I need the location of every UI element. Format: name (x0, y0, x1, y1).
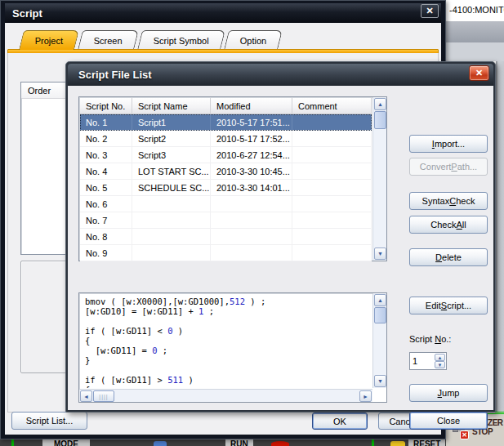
code-line: } (85, 355, 372, 365)
table-cell (132, 196, 211, 212)
scroll-down-button[interactable]: ▼ (374, 375, 386, 387)
table-row[interactable]: No. 9 (80, 245, 372, 261)
table-cell (292, 163, 372, 179)
syntax-check-button[interactable]: Syntax Check (409, 192, 488, 210)
tab-label: Project (35, 36, 63, 46)
table-cell (211, 196, 292, 212)
scroll-right-button[interactable]: ► (359, 390, 372, 402)
tab-label: Script Symbol (154, 36, 209, 46)
check-all-button[interactable]: Check All (409, 216, 488, 234)
table-cell: No. 8 (80, 229, 132, 244)
table-cell (211, 229, 292, 244)
spinner-buttons: ▲ ▼ (435, 354, 445, 368)
tab-option[interactable]: Option (224, 30, 283, 50)
table-cell (292, 196, 372, 212)
background-area (446, 42, 504, 61)
file-list-title: Script File List (78, 69, 152, 81)
delete-button[interactable]: Delete (409, 248, 488, 266)
script-list-button[interactable]: Script List... (11, 412, 87, 430)
scroll-left-button[interactable]: ◄ (80, 390, 92, 402)
script-file-list-dialog: Script File List ✕ Script No.Script Name… (65, 61, 496, 413)
spin-up-button[interactable]: ▲ (435, 354, 445, 361)
table-cell: 2010-3-30 14:01... (211, 180, 292, 195)
code-line: { (85, 336, 372, 346)
script-dialog-close-button[interactable]: ✕ (421, 4, 439, 18)
table-cell: No. 3 (80, 147, 132, 163)
code-horizontal-scrollbar[interactable]: ◄ |||| ► (79, 389, 372, 402)
tab-screen[interactable]: Screen (78, 30, 139, 50)
icon-fragment-blue (154, 441, 167, 446)
table-cell: Script2 (132, 131, 211, 146)
tab-bar: ProjectScreenScript SymbolOption (21, 30, 280, 50)
close-button[interactable]: Close (409, 412, 488, 430)
table-cell (132, 245, 211, 261)
table-cell: No. 6 (80, 196, 132, 212)
table-cell: Script3 (132, 147, 211, 163)
green-line (11, 439, 14, 446)
script-no-input[interactable] (410, 356, 433, 366)
script-no-label: Script No.: (409, 334, 451, 344)
script-dialog-titlebar[interactable]: Script (5, 3, 441, 23)
scroll-thumb[interactable]: |||| (93, 390, 114, 402)
tab-project[interactable]: Project (19, 30, 79, 50)
code-vertical-scrollbar[interactable]: ▲ ▼ (372, 293, 386, 388)
tab-label: Screen (94, 36, 123, 46)
green-line (372, 439, 374, 446)
file-list-close-button[interactable]: ✕ (469, 65, 489, 81)
mute-x-icon: ✕ (460, 430, 469, 439)
script-code-preview[interactable]: bmov ( [w:X0000],[w:GD1000],512 ) ;[w:GD… (78, 292, 387, 403)
code-content: bmov ( [w:X0000],[w:GD1000],512 ) ;[w:GD… (80, 294, 372, 388)
scroll-up-button[interactable]: ▲ (374, 98, 386, 110)
table-vertical-scrollbar[interactable]: ▲ ▼ (372, 97, 386, 261)
code-line: bmov ( [w:X0000],[w:GD1000],512 ) ; (85, 297, 372, 306)
ok-button[interactable]: OK (312, 413, 368, 430)
table-cell: No. 9 (80, 245, 132, 261)
script-no-spinner: ▲ ▼ (409, 352, 447, 370)
table-row[interactable]: No. 4LOT START SC...2010-3-30 10:45... (80, 163, 372, 180)
table-row[interactable]: No. 1Script12010-5-17 17:51... (80, 114, 372, 131)
table-cell: Script1 (132, 114, 211, 130)
table-row[interactable]: No. 6 (80, 196, 372, 212)
background-window-title: -4100:MONITO (446, 0, 504, 15)
spin-down-button[interactable]: ▼ (435, 361, 445, 368)
jump-button[interactable]: Jump (409, 384, 488, 402)
script-table: Script No.Script NameModifiedComment No.… (78, 96, 387, 261)
table-row[interactable]: No. 7 (80, 212, 372, 229)
column-header-comment[interactable]: Comment (292, 98, 372, 114)
edit-script-button[interactable]: Edit Script... (409, 297, 488, 314)
tab-script-symbol[interactable]: Script Symbol (137, 30, 225, 50)
scroll-thumb[interactable] (374, 307, 386, 323)
table-cell: No. 5 (80, 180, 132, 195)
column-header-script-no-[interactable]: Script No. (80, 98, 132, 114)
table-cell (132, 229, 211, 244)
script-dialog-title: Script (12, 7, 42, 20)
icon-fragment-yellow (390, 441, 405, 446)
file-list-titlebar[interactable]: Script File List (68, 64, 493, 86)
table-row[interactable]: No. 3Script32010-6-27 12:54... (80, 147, 372, 163)
table-row[interactable]: No. 2Script22010-5-17 17:52... (80, 131, 372, 147)
mode-button-fragment: MODE (42, 439, 90, 446)
table-row[interactable]: No. 8 (80, 229, 372, 245)
scroll-down-button[interactable]: ▼ (374, 248, 386, 260)
table-cell: 2010-3-30 10:45... (211, 163, 292, 179)
column-header-modified[interactable]: Modified (211, 98, 292, 114)
scroll-up-button[interactable]: ▲ (374, 294, 386, 306)
table-cell: No. 4 (80, 163, 132, 179)
code-line: [w:GD11] = 0 ; (85, 346, 372, 355)
column-header-script-name[interactable]: Script Name (132, 98, 211, 114)
code-line (85, 316, 372, 326)
tab-label: Option (240, 36, 266, 46)
table-cell: 2010-5-17 17:51... (211, 114, 292, 130)
convert-path-button: Convert Path... (409, 158, 488, 176)
code-line: if ( [w:GD11] < 0 ) (85, 326, 372, 336)
scroll-thumb[interactable] (374, 111, 386, 129)
import-button[interactable]: Import... (409, 135, 488, 153)
table-cell: 2010-6-27 12:54... (211, 147, 292, 163)
code-line (85, 365, 372, 375)
table-cell (292, 229, 372, 244)
table-cell: No. 1 (80, 114, 132, 130)
table-cell (292, 131, 372, 146)
table-cell: SCHEDULE SC... (132, 180, 211, 195)
table-row[interactable]: No. 5SCHEDULE SC...2010-3-30 14:01... (80, 180, 372, 196)
table-cell (292, 245, 372, 261)
